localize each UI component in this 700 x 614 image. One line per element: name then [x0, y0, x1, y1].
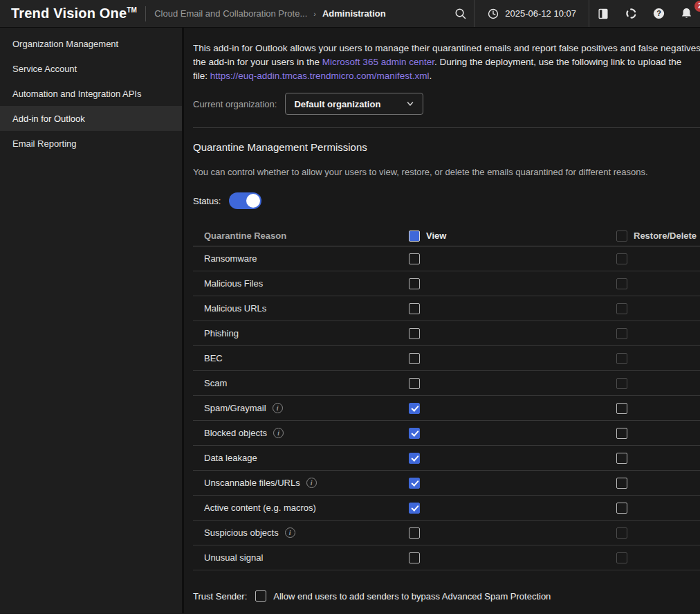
- view-select-all-checkbox[interactable]: [409, 231, 420, 242]
- quarantine-reason-label: Ransomware: [204, 253, 257, 264]
- intro-line3-pre: file:: [193, 71, 210, 81]
- restore-delete-checkbox-data-leakage[interactable]: [616, 453, 627, 464]
- table-row-phishing: Phishing: [193, 321, 700, 346]
- restore-delete-checkbox-suspicious-objects: [616, 527, 627, 539]
- view-checkbox-malicious-files[interactable]: [409, 278, 420, 289]
- sidebar-item-automation-and-integration-apis[interactable]: Automation and Integration APIs: [0, 81, 182, 106]
- organization-select-value: Default organization: [294, 99, 380, 109]
- view-checkbox-unscannable-files-urls[interactable]: [409, 478, 420, 489]
- admin-center-link[interactable]: Microsoft 365 admin center: [322, 57, 434, 67]
- quarantine-reason-label: BEC: [204, 353, 223, 363]
- trust-sender-checkbox[interactable]: [255, 590, 266, 602]
- sidebar-item-service-account[interactable]: Service Account: [0, 56, 182, 81]
- support-hub-button[interactable]: [617, 0, 645, 28]
- bell-icon: [680, 7, 693, 20]
- quarantine-reason-label: Blocked objects: [204, 428, 267, 438]
- quarantine-reason-label: Suspicious objects: [204, 527, 279, 538]
- quarantine-reason-label: Spam/Graymail: [204, 403, 266, 413]
- toggle-knob: [246, 194, 260, 208]
- table-row-suspicious-objects: Suspicious objectsi: [193, 521, 700, 545]
- search-button[interactable]: [446, 0, 474, 28]
- restore-delete-checkbox-spam-graymail[interactable]: [616, 403, 627, 414]
- view-checkbox-ransomware[interactable]: [409, 253, 420, 264]
- search-icon: [454, 7, 467, 20]
- info-icon[interactable]: i: [285, 527, 295, 538]
- restore-delete-checkbox-unusual-signal: [616, 552, 627, 563]
- brand-divider: [145, 6, 146, 21]
- quarantine-reason-label: Data leakage: [204, 453, 257, 463]
- organization-select[interactable]: Default organization: [285, 93, 423, 115]
- sidebar: Organization ManagementService AccountAu…: [0, 28, 184, 613]
- permissions-table: Quarantine Reason View Restore/Delete Ra…: [193, 226, 700, 570]
- sidebar-item-organization-management[interactable]: Organization Management: [0, 31, 182, 56]
- quarantine-reason-label: Unusual signal: [204, 552, 263, 563]
- status-row: Status:: [193, 192, 700, 209]
- view-checkbox-phishing[interactable]: [409, 328, 420, 339]
- status-label: Status:: [193, 196, 221, 206]
- intro-line2-post: . During the deployment, use the followi…: [434, 57, 681, 67]
- column-header-view: View: [426, 231, 446, 241]
- view-checkbox-malicious-urls[interactable]: [409, 303, 420, 314]
- help-icon: ?: [652, 7, 665, 20]
- restore-delete-checkbox-active-content-e-g-macros[interactable]: [616, 503, 627, 514]
- table-row-scam: Scam: [193, 371, 700, 396]
- section-divider: [193, 127, 700, 128]
- table-row-bec: BEC: [193, 346, 700, 371]
- svg-text:?: ?: [656, 9, 661, 17]
- restore-delete-checkbox-ransomware: [616, 253, 627, 264]
- trust-sender-text: Allow end users to add senders to bypass…: [273, 591, 551, 602]
- restore-delete-checkbox-phishing: [616, 328, 627, 339]
- trademark: TM: [127, 6, 137, 14]
- product-title-text: Trend Vision One: [11, 6, 127, 21]
- view-checkbox-unusual-signal[interactable]: [409, 552, 420, 563]
- current-organization-label: Current organization:: [193, 99, 277, 109]
- notification-badge: 2: [694, 1, 700, 12]
- trust-sender-label: Trust Sender:: [193, 591, 247, 602]
- top-bar: Trend Vision OneTM Cloud Email and Colla…: [0, 0, 700, 28]
- quarantine-reason-label: Phishing: [204, 328, 239, 338]
- view-checkbox-scam[interactable]: [409, 378, 420, 389]
- table-row-blocked-objects: Blocked objectsi: [193, 421, 700, 446]
- view-checkbox-spam-graymail[interactable]: [409, 403, 420, 414]
- intro-line3-post: .: [429, 71, 432, 81]
- notifications-button[interactable]: 2: [672, 0, 700, 28]
- breadcrumb-separator: ›: [313, 10, 316, 18]
- quarantine-reason-label: Malicious URLs: [204, 303, 266, 314]
- manifest-link[interactable]: https://euq-addin.tmcas.trendmicro.com/m…: [210, 71, 430, 81]
- intro-line2-pre: the add-in for your users in the: [193, 57, 322, 67]
- table-row-spam-graymail: Spam/Graymaili: [193, 396, 700, 421]
- restore-delete-checkbox-unscannable-files-urls[interactable]: [616, 478, 627, 489]
- table-row-malicious-urls: Malicious URLs: [193, 296, 700, 321]
- info-icon[interactable]: i: [273, 428, 284, 438]
- quarantine-reason-label: Unscannable files/URLs: [204, 478, 300, 488]
- view-checkbox-data-leakage[interactable]: [409, 453, 420, 464]
- sidebar-item-add-in-for-outlook[interactable]: Add-in for Outlook: [0, 106, 182, 131]
- help-button[interactable]: ?: [645, 0, 672, 28]
- intro-paragraph: This add-in for Outlook allows your user…: [193, 42, 700, 83]
- view-checkbox-blocked-objects[interactable]: [409, 428, 420, 439]
- info-icon[interactable]: i: [306, 478, 317, 488]
- quarantine-reason-label: Active content (e.g. macros): [204, 503, 316, 513]
- sidebar-item-email-reporting[interactable]: Email Reporting: [0, 131, 182, 156]
- info-icon[interactable]: i: [273, 403, 283, 413]
- documentation-button[interactable]: [589, 0, 617, 28]
- view-checkbox-suspicious-objects[interactable]: [409, 527, 420, 539]
- restore-delete-checkbox-blocked-objects[interactable]: [616, 428, 627, 439]
- pinwheel-icon: [625, 7, 638, 20]
- console-time[interactable]: 2025-06-12 10:07: [475, 0, 589, 28]
- view-checkbox-active-content-e-g-macros[interactable]: [409, 503, 420, 514]
- intro-line1: This add-in for Outlook allows your user…: [193, 43, 700, 53]
- table-row-data-leakage: Data leakage: [193, 446, 700, 471]
- current-organization-row: Current organization: Default organizati…: [193, 93, 700, 115]
- breadcrumb-app[interactable]: Cloud Email and Collaboration Prote...: [154, 8, 307, 19]
- table-row-unscannable-files-urls: Unscannable files/URLsi: [193, 471, 700, 496]
- view-checkbox-bec[interactable]: [409, 353, 420, 364]
- column-header-reason: Quarantine Reason: [204, 231, 409, 241]
- chevron-down-icon: [406, 100, 414, 108]
- breadcrumb: Cloud Email and Collaboration Prote... ›…: [154, 8, 386, 19]
- trust-sender-row: Trust Sender: Allow end users to add sen…: [193, 590, 700, 602]
- status-toggle[interactable]: [229, 192, 261, 209]
- column-header-restore: Restore/Delete: [634, 231, 697, 241]
- main-content: This add-in for Outlook allows your user…: [184, 28, 700, 613]
- section-title: Quarantine Management Permissions: [193, 141, 700, 154]
